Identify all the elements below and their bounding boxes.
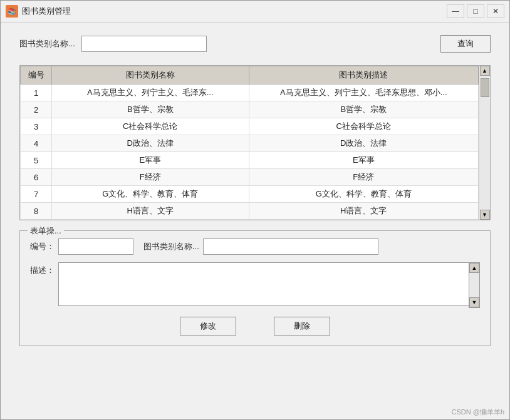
cell-name: B哲学、宗教: [52, 101, 249, 118]
col-header-name: 图书类别名称: [52, 66, 249, 85]
col-header-desc: 图书类别描述: [249, 66, 478, 85]
field-desc-label: 描述：: [30, 262, 55, 276]
cell-name: H语言、文字: [52, 203, 249, 220]
app-icon: 📚: [6, 5, 18, 18]
table-row[interactable]: 2B哲学、宗教B哲学、宗教: [21, 101, 490, 118]
field-name: 图书类别名称...: [143, 238, 378, 255]
table-scroll-up[interactable]: ▲: [480, 66, 490, 76]
cell-desc: G文化、科学、教育、体育: [249, 186, 478, 203]
field-name-input[interactable]: [203, 238, 378, 255]
cell-desc: A马克思主义、列宁主义、毛泽东思想、邓小...: [249, 85, 478, 101]
window-controls: — □ ✕: [447, 4, 504, 18]
field-id-input[interactable]: [58, 238, 133, 255]
form-buttons: 修改 删除: [30, 317, 480, 335]
form-legend: 表单操...: [28, 225, 64, 237]
cell-id: 4: [21, 135, 52, 152]
cell-name: A马克思主义、列宁主义、毛泽东...: [52, 85, 249, 101]
search-bar: 图书类别名称... 查询: [19, 35, 491, 53]
minimize-button[interactable]: —: [447, 4, 464, 18]
cell-desc: D政治、法律: [249, 135, 478, 152]
table-scrollbar: ▲▼: [479, 66, 490, 220]
cell-name: D政治、法律: [52, 135, 249, 152]
content-area: 图书类别名称... 查询 编号 图书类别名称 图书类别描述 1A马克思主义、列宁…: [1, 23, 509, 405]
search-button[interactable]: 查询: [440, 35, 491, 53]
cell-name: G文化、科学、教育、体育: [52, 186, 249, 203]
cell-id: 7: [21, 186, 52, 203]
col-header-id: 编号: [21, 66, 52, 85]
table-scroll-down[interactable]: ▼: [480, 210, 490, 220]
cell-name: C社会科学总论: [52, 118, 249, 135]
title-bar: 📚 图书类别管理 — □ ✕: [1, 1, 509, 23]
delete-button[interactable]: 删除: [274, 317, 330, 335]
cell-id: 1: [21, 85, 52, 101]
cell-desc: E军事: [249, 152, 478, 169]
close-button[interactable]: ✕: [487, 4, 504, 18]
table-scroll-thumb[interactable]: [481, 78, 489, 97]
field-id: 编号：: [30, 238, 133, 255]
desc-textarea-wrapper: ▲ ▼: [58, 262, 480, 308]
field-desc-textarea[interactable]: [58, 262, 480, 306]
cell-id: 5: [21, 152, 52, 169]
table-row[interactable]: 7G文化、科学、教育、体育G文化、科学、教育、体育: [21, 186, 490, 203]
cell-id: 3: [21, 118, 52, 135]
cell-desc: B哲学、宗教: [249, 101, 478, 118]
cell-desc: C社会科学总论: [249, 118, 478, 135]
table-row[interactable]: 4D政治、法律D政治、法律: [21, 135, 490, 152]
data-table-container: 编号 图书类别名称 图书类别描述 1A马克思主义、列宁主义、毛泽东...A马克思…: [19, 65, 491, 220]
cell-name: F经济: [52, 169, 249, 186]
cell-id: 2: [21, 101, 52, 118]
search-label: 图书类别名称...: [19, 38, 75, 49]
main-window: 📚 图书类别管理 — □ ✕ 图书类别名称... 查询 编号 图书类别名称 图书…: [0, 0, 510, 420]
footer-watermark: CSDN @懒羊羊h: [1, 405, 509, 419]
table-header-row: 编号 图书类别名称 图书类别描述: [21, 66, 490, 85]
textarea-scroll-up[interactable]: ▲: [469, 263, 479, 273]
field-name-label: 图书类别名称...: [143, 241, 199, 252]
form-panel: 表单操... 编号： 图书类别名称... 描述： ▲: [19, 230, 491, 346]
table-row[interactable]: 1A马克思主义、列宁主义、毛泽东...A马克思主义、列宁主义、毛泽东思想、邓小.…: [21, 85, 490, 101]
cell-desc: H语言、文字: [249, 203, 478, 220]
textarea-scroll-track: [469, 273, 479, 297]
search-input[interactable]: [81, 36, 207, 52]
modify-button[interactable]: 修改: [180, 317, 236, 335]
cell-desc: F经济: [249, 169, 478, 186]
cell-name: E军事: [52, 152, 249, 169]
table-row[interactable]: 5E军事E军事: [21, 152, 490, 169]
form-row-desc: 描述： ▲ ▼: [30, 262, 480, 308]
window-title: 图书类别管理: [22, 6, 447, 17]
field-id-label: 编号：: [30, 241, 55, 252]
table-row[interactable]: 3C社会科学总论C社会科学总论: [21, 118, 490, 135]
form-row-1: 编号： 图书类别名称...: [30, 238, 480, 255]
cell-id: 8: [21, 203, 52, 220]
textarea-scrollbar: ▲ ▼: [469, 262, 480, 308]
cell-id: 6: [21, 169, 52, 186]
maximize-button[interactable]: □: [467, 4, 484, 18]
table-row[interactable]: 6F经济F经济: [21, 169, 490, 186]
table-scroll-track: [480, 76, 490, 210]
textarea-scroll-down[interactable]: ▼: [469, 297, 479, 307]
table-row[interactable]: 8H语言、文字H语言、文字: [21, 203, 490, 220]
data-table: 编号 图书类别名称 图书类别描述 1A马克思主义、列宁主义、毛泽东...A马克思…: [20, 66, 490, 220]
